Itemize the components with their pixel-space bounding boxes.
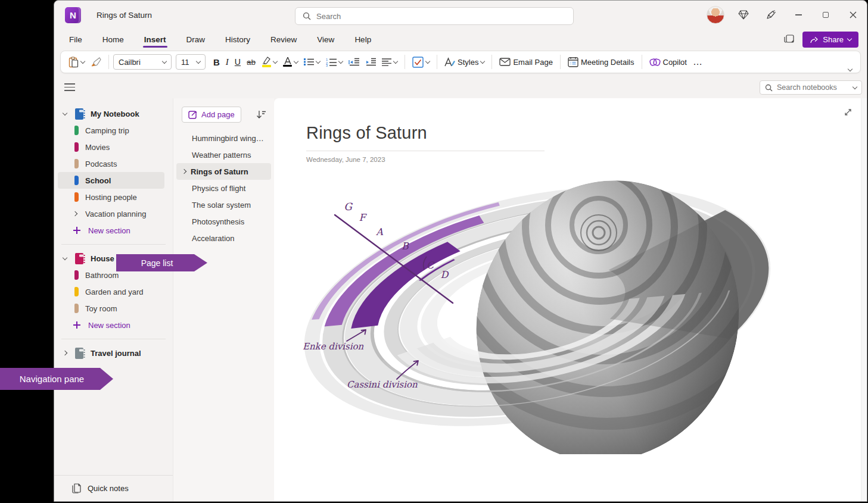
align-button[interactable] <box>379 54 400 70</box>
app-window: N Rings of Saturn File Home Insert Draw <box>54 0 867 502</box>
search-icon <box>765 84 773 92</box>
tool-strip <box>54 78 867 98</box>
section-label: Bathroom <box>85 271 119 280</box>
main-area: My Notebook Camping trip Movies Podcasts… <box>54 98 867 501</box>
bold-label: B <box>213 57 220 67</box>
maximize-button[interactable] <box>812 1 839 29</box>
highlight-button[interactable] <box>259 54 280 70</box>
global-search[interactable] <box>295 7 574 25</box>
numbering-icon: 123 <box>326 58 337 67</box>
share-icon <box>810 36 819 43</box>
menu-insert[interactable]: Insert <box>134 29 176 49</box>
menu-review[interactable]: Review <box>260 29 307 49</box>
menu-draw[interactable]: Draw <box>176 29 216 49</box>
bullets-button[interactable] <box>301 54 323 70</box>
todo-tag-button[interactable] <box>409 54 433 70</box>
numbering-button[interactable]: 123 <box>323 54 346 70</box>
maximize-icon <box>823 12 829 18</box>
section-color-tab <box>74 159 79 168</box>
hamburger-menu-icon[interactable] <box>64 83 75 91</box>
section-camping-trip[interactable]: Camping trip <box>58 122 164 139</box>
meeting-details-button[interactable]: Meeting Details <box>565 54 637 70</box>
styles-label: Styles <box>458 58 478 67</box>
expand-page-icon[interactable] <box>844 108 853 117</box>
premium-diamond-icon[interactable] <box>730 1 757 29</box>
more-commands-button[interactable]: … <box>690 54 706 70</box>
font-name-select[interactable]: Cailbri <box>113 54 172 70</box>
section-hosting-people[interactable]: Hosting people <box>58 189 164 205</box>
chevron-right-icon <box>73 211 77 216</box>
enke-division-label: Enke division <box>303 341 364 352</box>
page-item[interactable]: Photosynthesis <box>176 213 271 230</box>
format-painter-button[interactable] <box>88 54 104 70</box>
chevron-down-icon <box>196 58 201 63</box>
ribbon-divider <box>491 55 492 69</box>
paste-button[interactable] <box>66 54 88 70</box>
font-size-select[interactable]: 11 <box>176 54 206 70</box>
quick-notes-button[interactable]: Quick notes <box>54 475 173 501</box>
add-page-button[interactable]: Add page <box>182 107 241 123</box>
search-icon <box>303 12 311 20</box>
account-avatar[interactable] <box>707 6 724 24</box>
strikethrough-button[interactable]: ab <box>244 54 259 70</box>
page-item[interactable]: Hummingbird wing… <box>176 130 271 146</box>
section-movies[interactable]: Movies <box>58 139 164 155</box>
share-button[interactable]: Share <box>802 32 858 48</box>
menu-home[interactable]: Home <box>92 29 134 49</box>
italic-button[interactable]: I <box>223 54 232 70</box>
section-school[interactable]: School <box>58 172 164 189</box>
font-name-value: Cailbri <box>119 58 141 67</box>
scrollbar-track[interactable] <box>861 98 867 501</box>
minimize-button[interactable] <box>785 1 812 29</box>
bullets-icon <box>304 58 314 66</box>
new-section-button[interactable]: New section <box>58 317 164 333</box>
indent-button[interactable] <box>362 54 379 70</box>
bold-button[interactable]: B <box>210 54 223 70</box>
notebook-my-notebook[interactable]: My Notebook <box>58 105 164 122</box>
ribbon-collapse-chevron-icon[interactable] <box>848 67 853 71</box>
copilot-button[interactable]: Copilot <box>646 54 690 70</box>
page-item[interactable]: The solar system <box>176 196 271 213</box>
page-item[interactable]: Physics of flight <box>176 180 271 196</box>
close-button[interactable] <box>839 1 867 29</box>
search-input[interactable] <box>316 12 566 21</box>
ring-label-g: G <box>344 201 353 213</box>
title-underline <box>306 151 545 151</box>
page-title[interactable]: Rings of Saturn <box>306 123 427 143</box>
ribbon-divider <box>642 55 642 69</box>
outdent-button[interactable] <box>346 54 362 70</box>
underline-button[interactable]: U <box>232 54 244 70</box>
feedback-icon[interactable] <box>757 1 785 29</box>
chevron-down-icon <box>316 58 321 63</box>
new-section-button[interactable]: New section <box>58 222 164 239</box>
section-toy-room[interactable]: Toy room <box>58 300 164 317</box>
chevron-down-icon <box>393 58 398 63</box>
menu-help[interactable]: Help <box>344 29 381 49</box>
align-icon <box>382 58 391 66</box>
section-podcasts[interactable]: Podcasts <box>58 155 164 172</box>
chevron-right-icon <box>182 169 186 174</box>
notebook-search-input[interactable] <box>777 83 849 92</box>
page-item[interactable]: Accelaration <box>176 230 271 246</box>
menu-history[interactable]: History <box>215 29 260 49</box>
notebook-search[interactable] <box>760 80 862 95</box>
section-garden-and-yard[interactable]: Garden and yard <box>58 283 164 300</box>
sort-pages-button[interactable] <box>256 110 266 119</box>
menu-file[interactable]: File <box>59 29 92 49</box>
menu-view[interactable]: View <box>307 29 344 49</box>
page-item-label: Rings of Saturn <box>191 167 248 176</box>
feed-icon[interactable] <box>784 35 794 45</box>
section-group-vacation-planning[interactable]: Vacation planning <box>58 205 164 222</box>
ribbon: Cailbri 11 B I U ab <box>60 51 861 73</box>
email-icon <box>499 58 511 66</box>
page-item-active[interactable]: Rings of Saturn <box>176 163 271 180</box>
notebook-travel-journal[interactable]: Travel journal <box>58 345 164 361</box>
page-item[interactable]: Weather patterns <box>176 146 271 163</box>
email-page-button[interactable]: Email Page <box>496 54 555 70</box>
plus-icon <box>73 321 80 329</box>
section-color-tab <box>74 142 79 152</box>
styles-button[interactable]: Styles <box>441 54 487 70</box>
page-canvas[interactable]: Rings of Saturn Wednesday, June 7, 2023 <box>274 98 867 501</box>
notebook-icon <box>74 252 86 265</box>
font-color-button[interactable] <box>280 54 301 70</box>
